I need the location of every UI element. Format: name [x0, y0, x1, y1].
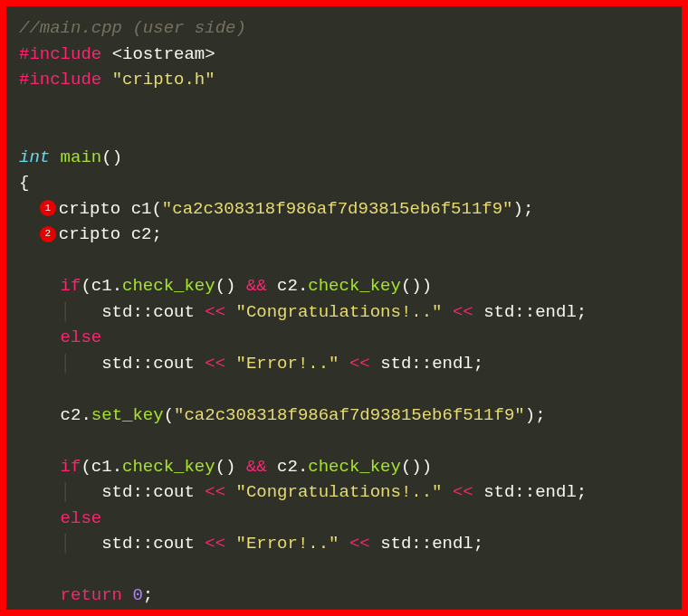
code-line: //main.cpp (user side) [19, 15, 669, 42]
code-line: 1cripto c1("ca2c308318f986af7d93815eb6f5… [19, 196, 669, 223]
blank-line [19, 557, 669, 583]
op-stream: << [205, 354, 225, 374]
code-line: int main() [19, 145, 669, 171]
string-congrats: "Congratulations!.." [235, 482, 442, 502]
fn-check-key: check_key [122, 457, 215, 477]
preproc-include: #include [19, 70, 112, 90]
code-line: │ std::cout << "Congratulations!.." << s… [19, 299, 669, 326]
indent-guide: │ [61, 302, 102, 322]
kw-if: if [61, 276, 81, 296]
string-error: "Error!.." [235, 354, 339, 374]
comment: //main.cpp (user side) [19, 18, 246, 38]
type-cripto: cripto [59, 199, 120, 219]
preproc-include: #include [19, 44, 112, 64]
op-stream: << [205, 482, 225, 502]
blank-line [19, 93, 669, 119]
var-c2: c2; [120, 224, 162, 244]
kw-else: else [61, 327, 102, 347]
indent-guide: │ [61, 534, 102, 554]
code-line: #include <iostream> [19, 42, 669, 68]
var-c1: c1( [120, 199, 162, 219]
annotation-badge-2: 2 [40, 226, 56, 242]
blank-line [19, 376, 669, 403]
kw-if: if [61, 457, 81, 477]
string-key: "ca2c308318f986af7d93815eb6f511f9" [174, 405, 525, 425]
op-stream: << [349, 354, 370, 374]
code-line: 2cripto c2; [19, 222, 669, 248]
code-line: { [19, 170, 669, 196]
kw-return: return [61, 585, 122, 605]
code-line: │ std::cout << "Congratulations!.." << s… [19, 479, 669, 506]
type-int: int [19, 147, 50, 167]
string-error: "Error!.." [235, 534, 339, 554]
string-key: "ca2c308318f986af7d93815eb6f511f9" [162, 199, 513, 219]
code-line: else [19, 325, 669, 351]
op-and: && [246, 457, 267, 477]
fn-check-key: check_key [308, 457, 401, 477]
kw-else: else [61, 508, 102, 528]
string-congrats: "Congratulations!.." [235, 302, 442, 322]
code-line: if(c1.check_key() && c2.check_key()) [19, 273, 669, 299]
code-editor: //main.cpp (user side) #include <iostrea… [6, 6, 682, 610]
code-line: return 0; [19, 583, 669, 609]
num-zero: 0 [132, 585, 142, 605]
parens: () [101, 147, 122, 167]
code-line: if(c1.check_key() && c2.check_key()) [19, 454, 669, 480]
code-line: #include "cripto.h" [19, 67, 669, 93]
type-cripto: cripto [59, 224, 120, 244]
indent-guide: │ [61, 482, 102, 502]
code-line: c2.set_key("ca2c308318f986af7d93815eb6f5… [19, 403, 669, 429]
blank-line [19, 428, 669, 454]
code-line: } [19, 609, 669, 611]
op-stream: << [205, 534, 225, 554]
fn-check-key: check_key [122, 276, 215, 296]
semi: ); [513, 199, 534, 219]
code-line: else [19, 506, 669, 532]
fn-set-key: set_key [91, 405, 164, 425]
op-stream: << [205, 302, 225, 322]
op-stream: << [349, 534, 370, 554]
indent-guide: │ [61, 354, 102, 374]
fn-main: main [50, 147, 101, 167]
op-stream: << [453, 302, 473, 322]
annotation-badge-1: 1 [40, 200, 56, 216]
include-header: "cripto.h" [112, 70, 215, 90]
code-line: │ std::cout << "Error!.." << std::endl; [19, 531, 669, 557]
fn-check-key: check_key [308, 276, 401, 296]
blank-line [19, 248, 669, 274]
code-line: │ std::cout << "Error!.." << std::endl; [19, 351, 669, 377]
brace-open: { [19, 173, 29, 193]
op-stream: << [453, 482, 473, 502]
include-lib: <iostream> [112, 44, 215, 64]
blank-line [19, 118, 669, 145]
op-and: && [246, 276, 267, 296]
